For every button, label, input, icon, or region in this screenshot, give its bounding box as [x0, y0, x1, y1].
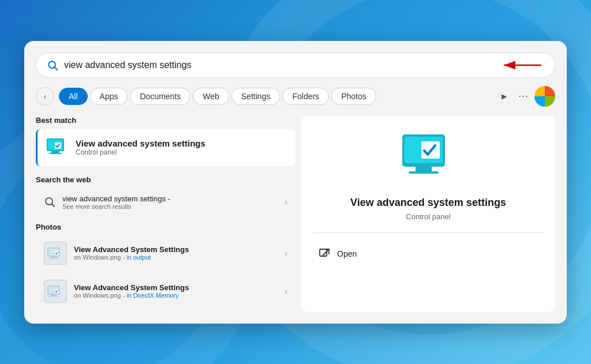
best-match-label: Best match [36, 116, 296, 125]
svg-rect-23 [416, 167, 432, 171]
tab-all[interactable]: All [59, 88, 88, 105]
back-icon: ‹ [44, 92, 47, 101]
control-panel-icon [46, 136, 69, 159]
result-monitor-icon [399, 133, 457, 183]
more-button[interactable]: ··· [515, 88, 532, 105]
more-icon: ··· [518, 90, 529, 102]
photo-text-2: View Advanced System Settings on Windows… [74, 283, 189, 299]
photo-title-1: View Advanced System Settings [74, 245, 189, 254]
play-icon: ▶ [502, 92, 507, 100]
photo-sub-2: on Windows.png - in DirectX Memory [74, 292, 189, 299]
back-button[interactable]: ‹ [36, 87, 54, 106]
photo-title-2: View Advanced System Settings [74, 283, 189, 292]
photo-thumb-1 [44, 242, 67, 265]
search-bar-row: view advanced system settings [36, 52, 555, 78]
web-search-main: view advanced system settings - [62, 194, 170, 203]
search-input-wrapper[interactable]: view advanced system settings [36, 52, 555, 78]
svg-line-10 [52, 204, 55, 207]
photo-item-1[interactable]: View Advanced System Settings on Windows… [36, 236, 296, 271]
search-icon [47, 59, 58, 71]
chevron-right-icon: › [285, 197, 287, 207]
web-search-item[interactable]: view advanced system settings - See more… [36, 189, 296, 216]
best-match-text: View advanced system settings Control pa… [76, 138, 205, 156]
filter-tabs-row: ‹ All Apps Documents Web Settings Folder… [36, 86, 555, 107]
best-match-subtitle: Control panel [76, 148, 205, 156]
open-action[interactable]: Open [313, 243, 544, 264]
web-search-icon [44, 196, 55, 208]
web-search-text: view advanced system settings - See more… [62, 194, 170, 210]
web-search-sub: See more search results [62, 203, 170, 210]
result-subtitle: Control panel [406, 212, 450, 221]
red-arrow-indicator [498, 59, 544, 72]
tab-documents[interactable]: Documents [130, 88, 190, 105]
divider [313, 232, 544, 233]
svg-rect-15 [55, 251, 59, 255]
left-panel: Best match View advanced system settings… [36, 116, 301, 312]
tab-settings[interactable]: Settings [231, 88, 280, 105]
best-match-title: View advanced system settings [76, 138, 205, 148]
tab-folders[interactable]: Folders [282, 88, 329, 105]
svg-rect-14 [49, 258, 58, 259]
result-title: View advanced system settings [350, 197, 506, 209]
svg-rect-24 [409, 171, 439, 174]
result-icon-area [399, 133, 457, 185]
play-button[interactable]: ▶ [495, 88, 513, 105]
svg-rect-7 [49, 153, 62, 154]
main-content: Best match View advanced system settings… [36, 116, 555, 312]
web-search-label: Search the web [36, 175, 296, 184]
windows-logo[interactable] [534, 86, 555, 107]
open-label: Open [337, 249, 357, 258]
best-match-item[interactable]: View advanced system settings Control pa… [36, 129, 296, 166]
chevron-right-icon-2: › [285, 249, 287, 258]
tab-photos[interactable]: Photos [331, 88, 376, 105]
search-panel: view advanced system settings ‹ All Apps… [24, 41, 567, 324]
tab-apps[interactable]: Apps [90, 88, 128, 105]
chevron-right-icon-3: › [285, 287, 287, 296]
photo-sub-1: on Windows.png - in output [74, 254, 189, 261]
search-input[interactable]: view advanced system settings [64, 60, 492, 70]
svg-rect-20 [55, 289, 59, 293]
right-panel: View advanced system settings Control pa… [301, 116, 555, 312]
photos-section-label: Photos [36, 223, 296, 231]
svg-line-1 [55, 67, 58, 70]
open-external-icon [319, 248, 330, 260]
svg-rect-6 [51, 151, 59, 153]
tab-web[interactable]: Web [193, 88, 229, 105]
svg-rect-13 [51, 257, 57, 258]
svg-rect-18 [51, 295, 57, 296]
svg-line-27 [323, 249, 329, 255]
photos-section: Photos View Advanced System S [36, 223, 296, 309]
svg-rect-19 [49, 296, 58, 297]
photo-thumb-2 [44, 280, 67, 303]
photo-item-2[interactable]: View Advanced System Settings on Windows… [36, 274, 296, 309]
photo-text-1: View Advanced System Settings on Windows… [74, 245, 189, 261]
